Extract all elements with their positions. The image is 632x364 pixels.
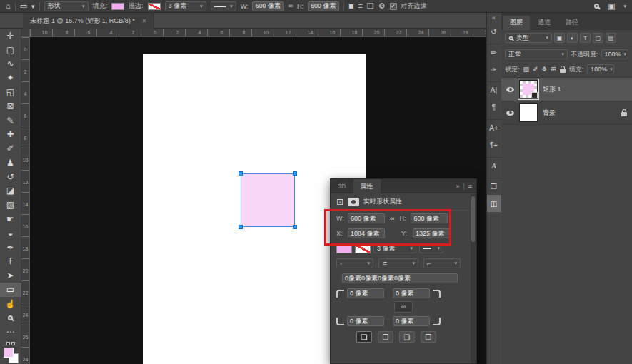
tool-mode-select[interactable]: 形状 ▾ [44,1,89,11]
brushes-panel-icon[interactable]: ✑ [487,61,501,78]
scrollbar-thumb[interactable] [471,196,475,242]
exclude-shape-button[interactable]: ❒ [421,331,436,343]
expand-panel-icon[interactable]: » [456,183,459,190]
stroke-corner-select[interactable]: ⌐ ▾ [423,258,461,268]
more-tools-button[interactable]: ⋯ [0,325,21,339]
layer-thumbnail[interactable] [519,80,538,98]
layer-row-background[interactable]: 背景 [501,101,632,125]
paragraph-styles-panel-icon[interactable]: ¶+ [487,136,501,153]
combine-shapes-button[interactable]: ❏ [356,331,372,343]
shape-handle-br[interactable] [293,225,297,229]
radius-summary-input[interactable]: 0像素0像素0像素0像素 [342,273,458,283]
hand-tool[interactable]: ☝ [0,297,21,311]
rectangle-tool[interactable]: ▭ [0,283,21,297]
layer-name[interactable]: 背景 [543,108,556,118]
radius-tl-input[interactable]: 0 像素 [347,288,384,298]
shape-stroke-width-select[interactable]: 3 像素 ▾ [373,243,416,253]
tab-properties[interactable]: 属性 [353,179,381,193]
horizontal-ruler[interactable]: 10 8 6 4 2 0 2 4 6 8 10 12 14 16 18 20 2… [30,29,486,37]
history-panel-icon[interactable]: ↺ [487,23,501,40]
intersect-shape-button[interactable]: ❑ [399,331,415,343]
stroke-swatch[interactable] [148,3,161,10]
eye-icon[interactable] [506,87,514,92]
default-swap-colors[interactable] [6,340,15,347]
3d-panel-icon[interactable]: ❒ [487,178,501,195]
collapse-dock-icon[interactable]: « [492,13,496,23]
eraser-tool[interactable]: ◪ [0,184,21,198]
fill-opacity-select[interactable]: 100% ▾ [587,64,614,74]
frame-tool[interactable]: ⊠ [0,99,21,113]
radius-tr-input[interactable]: 0 像素 [393,288,430,298]
shape-handle-tr[interactable] [293,171,297,176]
marquee-tool[interactable]: ▢ [0,43,21,57]
mask-icon[interactable] [348,198,359,206]
panel-menu-icon[interactable]: ≡ [468,183,472,190]
path-selection-tool[interactable]: ➤ [0,268,21,283]
paragraph-panel-icon[interactable]: ¶ [487,98,501,116]
tab-layers[interactable]: 图层 [503,16,530,30]
brush-settings-panel-icon[interactable]: ✏ [487,44,501,61]
filter-image-button[interactable]: ▣ [554,33,565,43]
healing-brush-tool[interactable]: ✚ [0,127,21,141]
layer-filter-select[interactable]: 类型 ▾ [505,33,552,43]
gradient-tool[interactable]: ▧ [0,198,21,212]
width-input[interactable]: 600 像素 [252,1,284,11]
properties-panel-icon[interactable]: ◫ [487,195,501,212]
link-wh-icon[interactable]: ∞ [388,216,396,222]
lock-paint-icon[interactable]: ✐ [533,66,538,73]
scrollbar[interactable] [471,194,476,363]
pen-tool[interactable]: ✒ [0,241,21,255]
shape-stroke-swatch[interactable] [355,244,371,253]
document-tab[interactable]: 未标题-1 @ 16.7% (矩形 1, RGB/8) * × [23,13,154,29]
link-dimensions-icon[interactable]: ∞ [288,3,292,9]
move-tool[interactable]: ✛ [0,29,21,43]
chevron-down-icon[interactable]: ▾ [623,4,626,9]
quick-selection-tool[interactable]: ✦ [0,71,21,85]
pink-rectangle-shape[interactable] [241,173,295,227]
eye-icon[interactable] [506,111,514,116]
fill-swatch[interactable] [111,3,124,10]
filter-type-button[interactable]: T [580,33,591,43]
layer-thumbnail[interactable] [519,103,538,122]
search-icon[interactable] [594,4,599,9]
radius-br-input[interactable]: 0 像素 [393,316,430,326]
shape-x-input[interactable]: 1084 像素 [348,228,385,238]
tool-preset-chevron-icon[interactable]: ▾ [31,1,35,11]
path-arrangement-icon[interactable]: ❏ [367,2,374,10]
shape-height-input[interactable]: 600 像素 [411,213,448,223]
layer-name[interactable]: 矩形 1 [543,85,561,94]
stroke-cap-select[interactable]: ⊂ ▾ [378,258,418,268]
opacity-select[interactable]: 100% ▾ [601,49,628,59]
home-icon[interactable]: ⌂ [6,2,11,10]
type-tool[interactable]: T [0,255,21,269]
filter-shape-button[interactable]: ▢ [593,33,603,43]
brush-tool[interactable]: ✐ [0,141,21,156]
link-radius-button[interactable]: ∞ [394,301,413,313]
character-styles-panel-icon[interactable]: A+ [487,119,501,136]
tab-paths[interactable]: 路径 [558,16,586,30]
tab-channels[interactable]: 通道 [531,16,558,30]
workspace-icon[interactable]: ▣ [608,2,615,10]
path-alignment-icon[interactable]: ≡ [358,2,362,10]
radius-bl-input[interactable]: 0 像素 [347,316,384,326]
lock-artboard-icon[interactable]: ⊞ [551,66,556,73]
height-input[interactable]: 600 像素 [308,1,339,11]
character-panel-icon[interactable]: A| [487,81,501,98]
transform-icon[interactable]: ⊡ [336,198,343,206]
align-edges-checkbox[interactable]: ✓ [390,3,397,10]
history-brush-tool[interactable]: ↺ [0,170,21,184]
lock-transparency-icon[interactable]: ▨ [523,66,530,73]
layer-row-rectangle[interactable]: 矩形 1 [501,78,632,101]
clone-stamp-tool[interactable]: ♟ [0,156,21,170]
stroke-width-select[interactable]: 3 像素 ▾ [165,1,206,11]
crop-tool[interactable]: ◱ [0,85,21,99]
shape-fill-swatch[interactable] [336,244,352,253]
vertical-ruler[interactable]: 0 2 4 6 8 10 12 14 16 18 20 22 24 26 28 [21,37,30,364]
tab-3d[interactable]: 3D [331,179,353,193]
zoom-tool[interactable] [0,311,21,325]
shape-stroke-style-select[interactable]: ▾ [419,243,443,253]
shape-y-input[interactable]: 1325 像素 [413,228,450,238]
stroke-style-select[interactable]: ▾ [211,1,236,11]
tool-preset-icon[interactable]: ▭ [20,2,27,10]
close-icon[interactable]: × [142,17,146,25]
